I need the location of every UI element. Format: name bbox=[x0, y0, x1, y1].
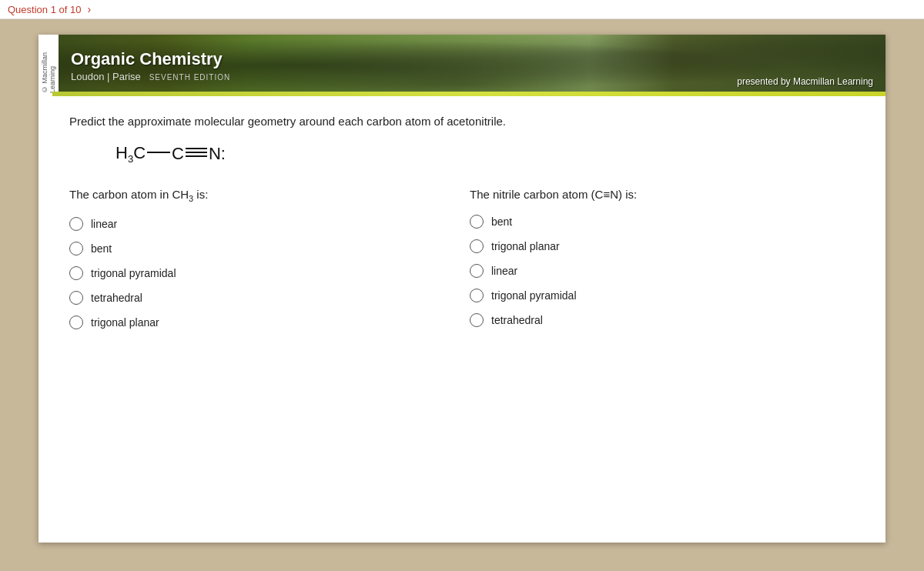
chem-h3c: H3C bbox=[116, 143, 146, 165]
label-left-trigonal-planar: trigonal planar bbox=[91, 316, 159, 329]
next-chevron[interactable]: › bbox=[87, 3, 91, 15]
radio-left-trigonal-planar[interactable] bbox=[69, 316, 83, 329]
label-right-bent: bent bbox=[491, 215, 512, 228]
right-column-label: The nitrile carbon atom (C≡N) is: bbox=[470, 188, 855, 201]
option-left-linear[interactable]: linear bbox=[69, 217, 454, 231]
radio-right-trigonal-pyramidal[interactable] bbox=[470, 289, 484, 302]
label-right-trigonal-planar: trigonal planar bbox=[491, 240, 560, 252]
chemical-structure: H3C C N: bbox=[116, 143, 855, 165]
option-left-trigonal-planar[interactable]: trigonal planar bbox=[69, 316, 454, 329]
book-edition: SEVENTH EDITION bbox=[149, 73, 231, 82]
radio-left-trigonal-pyramidal[interactable] bbox=[69, 266, 83, 280]
book-title: Organic Chemistry bbox=[71, 49, 873, 69]
option-left-bent[interactable]: bent bbox=[69, 242, 454, 255]
right-radio-group: bent trigonal planar linear trigonal pyr… bbox=[470, 215, 855, 327]
left-answer-column: The carbon atom in CH3 is: linear bent t… bbox=[69, 188, 454, 329]
label-right-linear: linear bbox=[491, 265, 517, 277]
option-left-trigonal-pyramidal[interactable]: trigonal pyramidal bbox=[69, 266, 454, 280]
option-left-tetrahedral[interactable]: tetrahedral bbox=[69, 291, 454, 305]
radio-left-linear[interactable] bbox=[69, 217, 83, 231]
option-right-trigonal-pyramidal[interactable]: trigonal pyramidal bbox=[470, 289, 855, 302]
chem-n: N: bbox=[209, 144, 226, 164]
label-right-trigonal-pyramidal: trigonal pyramidal bbox=[491, 289, 577, 302]
chem-c: C bbox=[172, 144, 184, 164]
label-left-bent: bent bbox=[91, 242, 112, 255]
label-left-trigonal-pyramidal: trigonal pyramidal bbox=[91, 267, 176, 279]
card-header: © Macmillan Learning Organic Chemistry L… bbox=[38, 35, 886, 96]
left-radio-group: linear bent trigonal pyramidal tetrahedr… bbox=[69, 217, 454, 329]
label-left-linear: linear bbox=[91, 218, 117, 230]
presented-by: presented by Macmillan Learning bbox=[737, 76, 873, 87]
question-text: Predict the approximate molecular geomet… bbox=[69, 115, 855, 128]
label-right-tetrahedral: tetrahedral bbox=[491, 314, 543, 326]
option-right-bent[interactable]: bent bbox=[470, 215, 855, 229]
radio-right-trigonal-planar[interactable] bbox=[470, 239, 484, 253]
question-counter: Question 1 of 10 bbox=[8, 4, 81, 15]
label-left-tetrahedral: tetrahedral bbox=[91, 292, 142, 304]
top-navigation: Question 1 of 10 › bbox=[0, 0, 924, 19]
radio-left-bent[interactable] bbox=[69, 242, 83, 255]
right-answer-column: The nitrile carbon atom (C≡N) is: bent t… bbox=[470, 188, 855, 329]
header-text: Organic Chemistry Loudon | Parise SEVENT… bbox=[59, 35, 886, 96]
answer-columns: The carbon atom in CH3 is: linear bent t… bbox=[69, 188, 855, 329]
single-bond-left bbox=[147, 152, 170, 153]
radio-right-linear[interactable] bbox=[470, 264, 484, 278]
book-authors: Loudon | Parise bbox=[71, 71, 141, 82]
radio-left-tetrahedral[interactable] bbox=[69, 291, 83, 305]
sidebar-copyright: © Macmillan Learning bbox=[38, 35, 59, 96]
main-card: © Macmillan Learning Organic Chemistry L… bbox=[38, 35, 886, 543]
option-right-tetrahedral[interactable]: tetrahedral bbox=[470, 313, 855, 327]
option-right-linear[interactable]: linear bbox=[470, 264, 855, 278]
left-column-label: The carbon atom in CH3 is: bbox=[69, 188, 454, 203]
header-accent-bar bbox=[52, 92, 886, 96]
radio-right-tetrahedral[interactable] bbox=[470, 313, 484, 327]
radio-right-bent[interactable] bbox=[470, 215, 484, 229]
triple-bond bbox=[186, 148, 207, 157]
option-right-trigonal-planar[interactable]: trigonal planar bbox=[470, 239, 855, 253]
card-body: Predict the approximate molecular geomet… bbox=[38, 96, 886, 352]
